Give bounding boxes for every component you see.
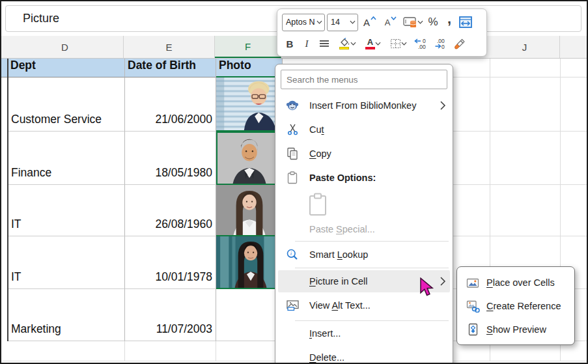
submenu-item-show-preview[interactable]: Show Preview [457,318,574,341]
menu-item-delete[interactable]: Delete... [275,346,453,364]
cell-dob-row5[interactable]: 11/07/2003 [125,289,216,341]
italic-button[interactable]: I [300,35,314,53]
cell-dob-row3[interactable]: 26/08/1960 [125,185,216,236]
column-header-d[interactable]: D [7,36,124,58]
number-format-button[interactable] [402,13,424,31]
woman-blonde-glasses-photo [216,77,283,130]
submenu-item-place-over-cells[interactable]: Place over Cells [457,271,574,294]
menu-item-label: Smart Lookup [309,249,446,260]
table-header-dob[interactable]: Date of Birth [125,59,216,77]
scissors-icon [285,122,300,137]
cell-dept-row1[interactable]: Customer Service [8,77,125,132]
cell-dept-row3[interactable]: IT [8,185,125,236]
menu-item-paste-special[interactable]: Paste Special... [275,219,453,239]
clipboard-icon [285,171,300,185]
percent-style-button[interactable]: % [426,13,440,31]
cell-empty[interactable] [8,341,125,361]
font-color-icon: A [365,38,375,49]
cell-dob-row1[interactable]: 21/06/2000 [125,77,216,132]
submenu-item-label: Show Preview [486,324,546,335]
table-header-dept[interactable]: Dept [8,59,125,77]
cell-empty[interactable] [125,341,216,361]
photo-cell-row3[interactable] [216,185,283,236]
menu-item-label: View Alt Text... [309,300,446,311]
column-header-e[interactable]: E [124,36,215,58]
picture-in-cell-submenu: Place over Cells Create Reference [456,266,575,345]
chevron-down-icon [350,42,356,46]
photo-cell-row4[interactable] [216,236,283,289]
menu-item-smart-lookup[interactable]: i Smart Lookup [275,244,453,266]
mouse-cursor [419,277,434,297]
fill-color-button[interactable] [335,35,359,53]
chevron-down-icon [375,42,381,46]
comma-style-button[interactable]: , [442,13,456,31]
grow-font-button[interactable]: A [360,13,380,31]
chevron-down-icon [401,42,407,46]
increase-decimal-icon: 0 .00 [413,38,429,49]
menu-item-insert-from-bibliomonkey[interactable]: Insert From BiblioMonkey [275,93,453,117]
decrease-decimal-icon: .00 0 [434,38,449,49]
chevron-down-icon [417,20,423,24]
font-name-combo[interactable]: Aptos Na [282,14,325,31]
cell-dept-row2[interactable]: Finance [8,132,125,185]
bold-button[interactable]: B [282,35,298,53]
table-header-photo[interactable]: Photo [216,59,283,77]
increase-decimal-button[interactable]: 0 .00 [412,35,430,53]
format-painter-icon [454,38,466,49]
cell-dept-row4[interactable]: IT [8,236,125,289]
submenu-arrow-icon [440,100,446,111]
chevron-down-icon [350,20,356,24]
photo-cell-row5-empty[interactable] [216,289,283,341]
paste-button-disabled[interactable] [275,189,453,219]
menu-item-label: Copy [309,148,446,159]
svg-text:0: 0 [441,44,445,49]
man-dark-blazer-photo [217,133,281,184]
woman-brown-blazer-photo [216,236,283,288]
menu-separator [295,241,449,242]
copy-icon [285,147,300,161]
column-header-f[interactable]: F [215,36,281,58]
menu-item-label: Insert... [309,328,446,339]
cell-dob-row4[interactable]: 10/01/1978 [125,236,216,289]
cell-dept-row5[interactable]: Marketing [8,289,125,341]
submenu-arrow-icon [440,276,446,287]
menu-item-insert[interactable]: Insert... [275,323,453,344]
decrease-decimal-button[interactable]: .00 0 [432,35,451,53]
menu-item-cut[interactable]: Cut [275,117,453,141]
caret-down-icon [391,16,397,20]
photo-cell-row1[interactable] [216,77,283,132]
submenu-item-create-reference[interactable]: Create Reference [457,294,574,318]
monkey-icon [285,98,300,113]
shrink-font-button[interactable]: A [382,13,400,31]
name-box-value: Picture [23,12,59,25]
borders-button[interactable] [387,35,410,53]
menu-separator [295,268,449,268]
menu-item-label: Paste Options: [309,173,446,183]
excel-worksheet-screenshot: Picture D E F J Dept Date of Birth Photo… [0,0,588,364]
alignment-button[interactable] [316,35,333,53]
search-input[interactable] [281,70,447,89]
show-preview-icon [466,323,480,336]
svg-text:.00: .00 [418,44,426,49]
menu-item-copy[interactable]: Copy [275,141,453,165]
cell-empty[interactable] [216,341,283,361]
cell-dob-row2[interactable]: 18/05/1980 [125,132,216,185]
number-format-icon [403,16,417,28]
autofit-width-button[interactable] [458,13,473,31]
font-color-button[interactable]: A [361,35,385,53]
menu-item-label: Cut [309,124,446,135]
photo-cell-row2-selected[interactable] [216,132,283,185]
create-reference-icon [466,300,480,313]
menu-item-label: Delete... [309,352,446,363]
borders-icon [390,38,401,49]
submenu-item-label: Place over Cells [486,277,555,288]
chevron-down-icon [316,20,322,24]
format-painter-button[interactable] [453,35,467,53]
fill-color-icon [339,38,350,49]
table-left-border [7,59,8,341]
autofit-width-icon [459,16,472,28]
woman-white-blouse-photo [216,185,283,235]
column-header-j[interactable]: J [490,36,560,58]
menu-item-label: Paste Special... [309,224,446,234]
font-size-combo[interactable]: 14 [327,14,358,31]
